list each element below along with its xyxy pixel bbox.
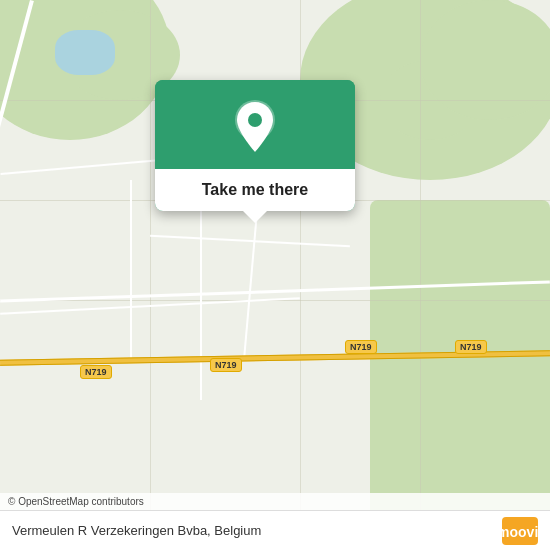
road-label-n719-2: N719 xyxy=(210,358,242,372)
svg-text:moovit: moovit xyxy=(502,524,538,540)
popup-icon-area xyxy=(155,80,355,169)
location-pin-icon xyxy=(233,100,277,154)
park-area xyxy=(420,0,550,120)
road-v xyxy=(130,180,132,360)
road-label-n719-3: N719 xyxy=(345,340,377,354)
map-attribution: © OpenStreetMap contributors xyxy=(0,493,550,510)
water-area xyxy=(55,30,115,75)
bottom-bar: Vermeulen R Verzekeringen Bvba, Belgium … xyxy=(0,510,550,550)
location-title: Vermeulen R Verzekeringen Bvba, Belgium xyxy=(12,523,261,538)
map-container: N719 N719 N719 N719 Take me there © Open… xyxy=(0,0,550,550)
grid-line xyxy=(150,0,151,550)
take-me-there-label: Take me there xyxy=(202,181,308,199)
popup-card: Take me there xyxy=(155,80,355,211)
popup-button-area[interactable]: Take me there xyxy=(155,169,355,211)
road-v xyxy=(200,200,202,400)
moovit-logo: moovit xyxy=(502,517,538,545)
grid-line xyxy=(420,0,421,550)
road-label-n719-4: N719 xyxy=(455,340,487,354)
road-label-n719-1: N719 xyxy=(80,365,112,379)
svg-point-2 xyxy=(248,113,262,127)
moovit-logo-icon: moovit xyxy=(502,517,538,545)
